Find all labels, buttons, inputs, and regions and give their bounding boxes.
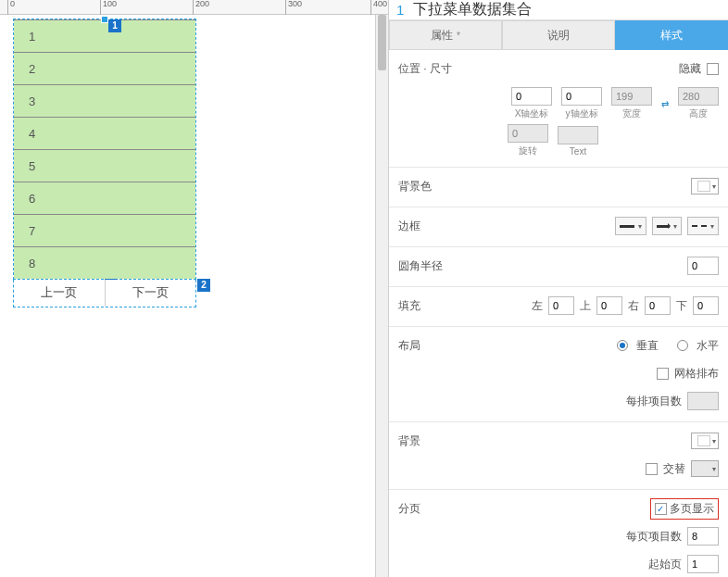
text-input[interactable] xyxy=(558,126,598,144)
list-item[interactable]: 6 xyxy=(14,182,195,214)
ruler-horizontal: 0 100 200 300 400 xyxy=(0,0,388,15)
tab-style[interactable]: 样式 xyxy=(615,20,728,50)
padding-right-input[interactable] xyxy=(645,296,671,315)
border-weight-dropdown[interactable]: ▾ xyxy=(615,217,646,235)
layout-label: 布局 xyxy=(398,338,420,354)
resize-handle-top[interactable] xyxy=(101,16,108,23)
multipage-checkbox[interactable] xyxy=(655,503,667,515)
grid-layout-checkbox[interactable] xyxy=(657,368,669,380)
scroll-thumb[interactable] xyxy=(378,15,386,70)
multipage-highlight: 多页显示 xyxy=(650,498,719,520)
section-layout: 布局 垂直 水平 网格排布 每排项目数 xyxy=(389,327,728,422)
section-border: 边框 ▾ ▾ ▾ xyxy=(389,207,728,247)
dash-icon xyxy=(692,225,707,227)
tab-properties[interactable]: 属性* xyxy=(389,20,502,50)
border-color-dropdown[interactable]: ▾ xyxy=(652,217,682,235)
list-item[interactable]: 1 xyxy=(14,19,195,52)
border-label: 边框 xyxy=(398,219,420,234)
section-paging: 分页 多页显示 每页项目数 起始页 xyxy=(389,490,728,577)
list-item[interactable]: 4 xyxy=(14,117,195,149)
y-input[interactable] xyxy=(561,87,602,106)
section-bgcolor: 背景色 ▾ xyxy=(389,168,728,207)
selection-marker-1: 1 xyxy=(108,19,121,32)
line-weight-icon xyxy=(620,225,634,228)
list-item[interactable]: 7 xyxy=(14,214,195,246)
panel-index: 1 xyxy=(396,2,404,18)
hide-label: 隐藏 xyxy=(679,61,701,77)
paging-label: 分页 xyxy=(398,501,420,517)
list-item[interactable]: 8 xyxy=(14,246,195,279)
radius-label: 圆角半径 xyxy=(398,258,443,274)
properties-panel: 1 下拉菜单数据集合 属性* 说明 样式 位置 · 尺寸 隐藏 X轴坐标 y轴坐… xyxy=(389,0,728,577)
padding-label: 填充 xyxy=(398,298,420,314)
position-size-label: 位置 · 尺寸 xyxy=(398,61,452,77)
list-body[interactable]: 1 1 2 3 4 5 6 7 8 3 2 xyxy=(13,19,196,280)
section-background: 背景 ▾ 交替 ▾ xyxy=(389,422,728,490)
list-item[interactable]: 5 xyxy=(14,149,195,182)
items-per-row-input[interactable] xyxy=(687,392,719,410)
rotation-input[interactable] xyxy=(508,124,548,143)
bgcolor-swatch[interactable]: ▾ xyxy=(691,178,719,194)
dropdown-list-widget[interactable]: 1 1 2 3 4 5 6 7 8 3 2 上一页 下一页 xyxy=(13,19,196,307)
next-page-button[interactable]: 下一页 xyxy=(106,280,196,307)
background-swatch[interactable]: ▾ xyxy=(691,433,719,449)
canvas[interactable]: 1 1 2 3 4 5 6 7 8 3 2 上一页 下一页 xyxy=(0,15,375,577)
list-item[interactable]: 3 xyxy=(14,84,195,117)
padding-top-input[interactable] xyxy=(596,296,622,315)
panel-header: 1 下拉菜单数据集合 xyxy=(389,0,728,20)
alternate-checkbox[interactable] xyxy=(646,463,658,475)
list-item[interactable]: 2 xyxy=(14,52,195,84)
prev-page-button[interactable]: 上一页 xyxy=(14,280,106,307)
design-canvas-area: 0 100 200 300 400 1 1 2 3 4 5 6 7 8 3 2 … xyxy=(0,0,389,577)
selection-marker-2: 2 xyxy=(197,279,210,292)
layout-vertical-radio[interactable] xyxy=(617,340,628,351)
radius-input[interactable] xyxy=(687,257,719,275)
pen-icon xyxy=(657,225,670,228)
width-input[interactable] xyxy=(611,87,652,106)
canvas-vscroll[interactable] xyxy=(375,15,388,577)
items-per-page-input[interactable] xyxy=(687,527,719,546)
background-label: 背景 xyxy=(398,433,420,449)
panel-title: 下拉菜单数据集合 xyxy=(413,0,532,19)
start-page-input[interactable] xyxy=(687,555,719,573)
tab-description[interactable]: 说明 xyxy=(502,20,615,50)
height-input[interactable] xyxy=(678,87,719,106)
layout-horizontal-radio[interactable] xyxy=(677,340,688,351)
tabs: 属性* 说明 样式 xyxy=(389,20,728,50)
alternate-swatch[interactable]: ▾ xyxy=(691,460,719,477)
hide-checkbox[interactable] xyxy=(707,63,719,75)
pager: 上一页 下一页 xyxy=(13,280,196,307)
section-radius: 圆角半径 xyxy=(389,247,728,287)
section-position-size: 位置 · 尺寸 隐藏 X轴坐标 y轴坐标 宽度 ⇄ 高度 旋转 Text xyxy=(389,50,728,168)
section-padding: 填充 左 上 右 下 xyxy=(389,287,728,327)
aspect-lock-icon[interactable]: ⇄ xyxy=(661,99,669,109)
bgcolor-label: 背景色 xyxy=(398,179,432,194)
border-style-dropdown[interactable]: ▾ xyxy=(687,217,719,235)
x-input[interactable] xyxy=(511,87,552,106)
padding-left-input[interactable] xyxy=(548,296,574,315)
padding-bottom-input[interactable] xyxy=(693,296,719,315)
